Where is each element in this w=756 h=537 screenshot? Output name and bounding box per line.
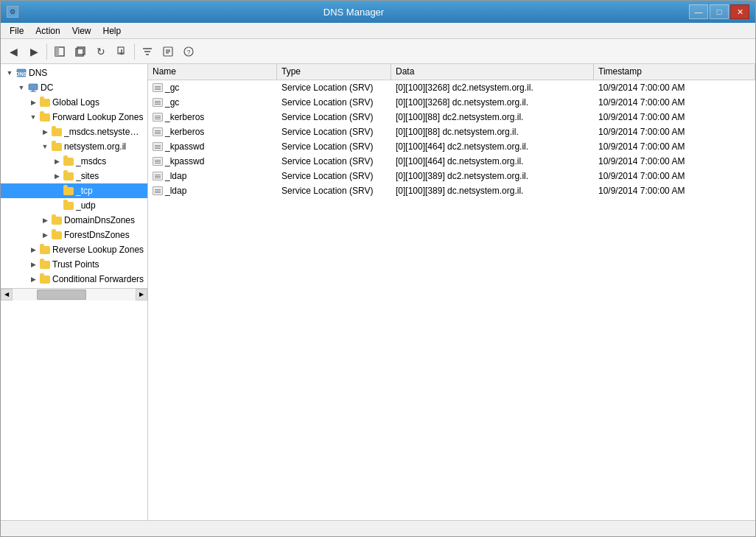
tree-item-sites[interactable]: ▶ _sites [1,169,147,183]
expand-dc[interactable]: ▼ [15,82,27,94]
new-window-button[interactable] [71,42,90,61]
cell-type-1: Service Location (SRV) [277,96,391,109]
svg-rect-1 [55,47,59,56]
cell-data-6: [0][100][389] dc2.netsystem.org.il. [391,169,594,183]
expand-msdcs2[interactable]: ▶ [51,155,63,167]
tree-item-tcp[interactable]: _tcp [1,183,147,198]
title-bar: ⚙ DNS Manager — □ ✕ [1,1,755,23]
filter-button[interactable] [138,42,157,61]
svg-text:?: ? [186,49,190,56]
expand-sites[interactable]: ▶ [51,170,63,182]
svg-rect-8 [146,54,149,55]
maximize-button[interactable]: □ [710,4,729,19]
table-row[interactable]: _kerberos Service Location (SRV) [0][100… [148,110,755,124]
cell-type-2: Service Location (SRV) [277,110,391,124]
tree-scrollbar[interactable]: ◀ ▶ [1,288,147,300]
tree-label-forest-dns: ForestDnsZones [64,230,130,240]
refresh-button[interactable]: ↻ [91,42,111,61]
col-header-name[interactable]: Name [148,64,277,80]
cell-timestamp-3: 10/9/2014 7:00:00 AM [594,125,755,138]
table-row[interactable]: _kerberos Service Location (SRV) [0][100… [148,124,755,139]
table-row[interactable]: _kpasswd Service Location (SRV) [0][100]… [148,154,755,169]
scroll-track[interactable] [13,289,136,301]
tree-item-domain-dns[interactable]: ▶ DomainDnsZones [1,213,147,228]
menu-view[interactable]: View [66,24,97,38]
folder-icon-msdcs2 [63,155,74,167]
record-icon-7 [153,186,163,195]
scroll-thumb[interactable] [37,289,86,300]
folder-icon-udp [63,200,74,211]
table-row[interactable]: _gc Service Location (SRV) [0][100][3268… [148,95,755,110]
forward-button[interactable]: ▶ [24,42,43,61]
folder-icon-tcp [63,185,74,197]
expand-forest-dns[interactable]: ▶ [39,229,51,241]
col-header-type[interactable]: Type [277,64,391,80]
record-icon-1 [153,98,163,107]
status-bar [1,520,755,536]
tree-item-dns[interactable]: ▼ DNS DNS [1,66,147,80]
folder-icon-forward [39,111,51,123]
tree-item-msdcs2[interactable]: ▶ _msdcs [1,154,147,169]
scroll-right[interactable]: ▶ [136,289,147,301]
menu-file[interactable]: File [4,24,29,38]
tree-item-cond-forwarders[interactable]: ▶ Conditional Forwarders [1,272,147,287]
cell-type-6: Service Location (SRV) [277,169,391,183]
expand-global-logs[interactable]: ▶ [27,96,39,108]
cell-name-3: _kerberos [148,125,277,138]
show-hide-button[interactable] [50,42,69,61]
tree-item-global-logs[interactable]: ▶ Global Logs [1,95,147,110]
main-window: ⚙ DNS Manager — □ ✕ File Action View Hel… [0,0,756,537]
folder-icon-domain-dns [51,214,63,226]
tree-item-reverse-lookup[interactable]: ▶ Reverse Lookup Zones [1,242,147,257]
expand-dns[interactable]: ▼ [4,67,15,79]
expand-tcp[interactable] [51,185,63,197]
tree-item-msdcs[interactable]: ▶ _msdcs.netsystem.or [1,124,147,139]
tree-item-forest-dns[interactable]: ▶ ForestDnsZones [1,228,147,242]
folder-icon-forest-dns [51,229,63,241]
detail-panel: Name Type Data Timestamp _gc Service Loc… [148,64,755,520]
table-row[interactable]: _kpasswd Service Location (SRV) [0][100]… [148,139,755,154]
tree-item-dc[interactable]: ▼ DC [1,80,147,95]
properties-button[interactable] [158,42,178,61]
expand-cond-forwarders[interactable]: ▶ [27,273,39,285]
cell-type-3: Service Location (SRV) [277,125,391,138]
window-controls: — □ ✕ [689,4,749,19]
expand-trust-points[interactable]: ▶ [27,259,39,270]
col-header-data[interactable]: Data [391,64,594,80]
cell-type-5: Service Location (SRV) [277,155,391,168]
back-button[interactable]: ◀ [4,42,23,61]
svg-rect-6 [143,48,152,49]
menu-help[interactable]: Help [97,24,127,38]
tree-item-netsystem[interactable]: ▼ netsystem.org.il [1,139,147,154]
menu-bar: File Action View Help [1,23,755,39]
expand-forward-lookup[interactable]: ▼ [27,111,39,123]
cell-name-1: _gc [148,96,277,109]
record-icon-2 [153,113,163,122]
tree-label-domain-dns: DomainDnsZones [64,215,135,225]
tree-item-forward-lookup[interactable]: ▼ Forward Lookup Zones [1,110,147,124]
scroll-left[interactable]: ◀ [1,289,13,301]
svg-rect-7 [144,51,150,52]
cell-data-4: [0][100][464] dc2.netsystem.org.il. [391,140,594,153]
table-row[interactable]: _ldap Service Location (SRV) [0][100][38… [148,169,755,183]
table-row[interactable]: _ldap Service Location (SRV) [0][100][38… [148,183,755,198]
tree-item-trust-points[interactable]: ▶ Trust Points [1,257,147,272]
export-button[interactable] [112,42,131,61]
folder-icon-msdcs [51,126,63,138]
minimize-button[interactable]: — [689,4,708,19]
expand-msdcs[interactable]: ▶ [39,126,51,138]
menu-action[interactable]: Action [29,24,66,38]
expand-reverse-lookup[interactable]: ▶ [27,244,39,256]
close-button[interactable]: ✕ [730,4,749,19]
expand-udp[interactable] [51,200,63,211]
main-content: ▼ DNS DNS ▼ DC ▶ [1,64,755,520]
expand-domain-dns[interactable]: ▶ [39,214,51,226]
cell-data-7: [0][100][389] dc.netsystem.org.il. [391,184,594,197]
col-header-timestamp[interactable]: Timestamp [594,64,755,80]
help-button[interactable]: ? [179,42,198,61]
tree-item-udp[interactable]: _udp [1,198,147,213]
table-row[interactable]: _gc Service Location (SRV) [0][100][3268… [148,80,755,95]
tree-label-global-logs: Global Logs [52,97,99,108]
expand-netsystem[interactable]: ▼ [39,141,51,152]
record-icon-4 [153,142,163,151]
